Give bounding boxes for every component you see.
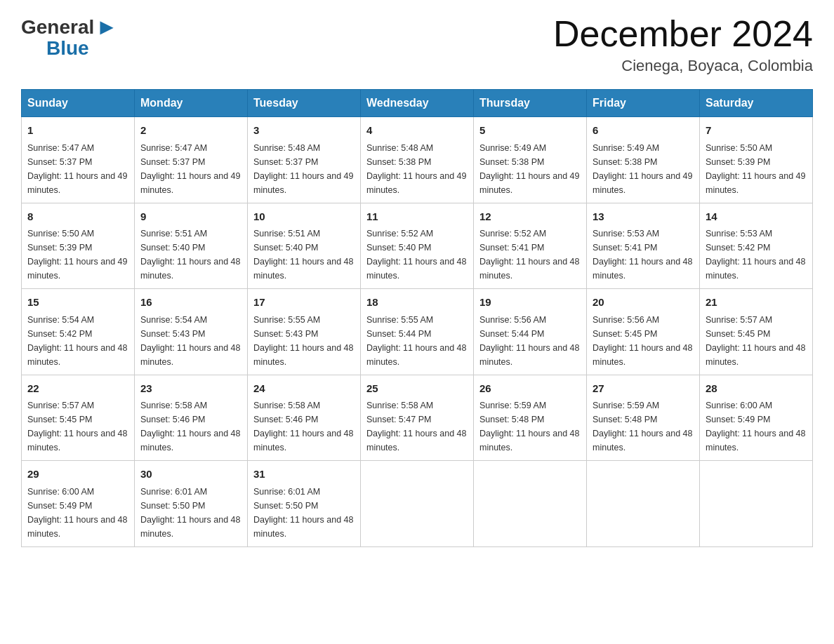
calendar-cell: 12Sunrise: 5:52 AMSunset: 5:41 PMDayligh…: [474, 203, 587, 289]
calendar-cell: 2Sunrise: 5:47 AMSunset: 5:37 PMDaylight…: [135, 117, 248, 203]
day-number: 22: [27, 381, 128, 397]
calendar-cell: 15Sunrise: 5:54 AMSunset: 5:42 PMDayligh…: [22, 289, 135, 375]
calendar-cell: 9Sunrise: 5:51 AMSunset: 5:40 PMDaylight…: [135, 203, 248, 289]
day-number: 17: [253, 295, 355, 311]
logo-arrow-icon: ►: [95, 14, 118, 40]
calendar-cell: 13Sunrise: 5:53 AMSunset: 5:41 PMDayligh…: [587, 203, 700, 289]
day-info: Sunrise: 6:00 AMSunset: 5:49 PMDaylight:…: [27, 487, 127, 539]
day-number: 20: [593, 295, 694, 311]
calendar-cell: 11Sunrise: 5:52 AMSunset: 5:40 PMDayligh…: [361, 203, 474, 289]
weekday-header-wednesday: Wednesday: [361, 90, 474, 117]
calendar-cell: 30Sunrise: 6:01 AMSunset: 5:50 PMDayligh…: [135, 461, 248, 547]
calendar-cell: 5Sunrise: 5:49 AMSunset: 5:38 PMDaylight…: [474, 117, 587, 203]
calendar-cell: 29Sunrise: 6:00 AMSunset: 5:49 PMDayligh…: [22, 461, 135, 547]
day-info: Sunrise: 5:50 AMSunset: 5:39 PMDaylight:…: [27, 229, 127, 281]
calendar-cell: 18Sunrise: 5:55 AMSunset: 5:44 PMDayligh…: [361, 289, 474, 375]
calendar-cell: 31Sunrise: 6:01 AMSunset: 5:50 PMDayligh…: [248, 461, 361, 547]
calendar-cell: [587, 461, 700, 547]
calendar-cell: 7Sunrise: 5:50 AMSunset: 5:39 PMDaylight…: [700, 117, 813, 203]
day-number: 30: [140, 467, 241, 483]
calendar-cell: 27Sunrise: 5:59 AMSunset: 5:48 PMDayligh…: [587, 375, 700, 461]
day-number: 7: [706, 123, 807, 139]
calendar-cell: 6Sunrise: 5:49 AMSunset: 5:38 PMDaylight…: [587, 117, 700, 203]
calendar-cell: 19Sunrise: 5:56 AMSunset: 5:44 PMDayligh…: [474, 289, 587, 375]
day-info: Sunrise: 5:51 AMSunset: 5:40 PMDaylight:…: [253, 229, 353, 281]
day-info: Sunrise: 5:48 AMSunset: 5:37 PMDaylight:…: [253, 143, 353, 195]
day-info: Sunrise: 5:53 AMSunset: 5:42 PMDaylight:…: [706, 229, 805, 281]
calendar-cell: 23Sunrise: 5:58 AMSunset: 5:46 PMDayligh…: [135, 375, 248, 461]
day-number: 10: [253, 209, 355, 225]
day-info: Sunrise: 5:54 AMSunset: 5:43 PMDaylight:…: [140, 315, 240, 367]
day-number: 2: [140, 123, 241, 139]
calendar-cell: 14Sunrise: 5:53 AMSunset: 5:42 PMDayligh…: [700, 203, 813, 289]
day-number: 25: [366, 381, 468, 397]
logo-blue-text: Blue: [46, 37, 89, 60]
weekday-header-sunday: Sunday: [22, 90, 135, 117]
weekday-header-friday: Friday: [587, 90, 700, 117]
day-number: 23: [140, 381, 241, 397]
day-number: 19: [479, 295, 581, 311]
calendar-cell: 26Sunrise: 5:59 AMSunset: 5:48 PMDayligh…: [474, 375, 587, 461]
day-info: Sunrise: 5:54 AMSunset: 5:42 PMDaylight:…: [27, 315, 127, 367]
day-number: 26: [479, 381, 581, 397]
day-info: Sunrise: 5:58 AMSunset: 5:46 PMDaylight:…: [140, 401, 240, 452]
day-number: 8: [27, 209, 128, 225]
day-info: Sunrise: 5:59 AMSunset: 5:48 PMDaylight:…: [593, 401, 692, 452]
day-info: Sunrise: 5:58 AMSunset: 5:46 PMDaylight:…: [253, 401, 353, 452]
day-info: Sunrise: 5:47 AMSunset: 5:37 PMDaylight:…: [140, 143, 240, 195]
day-info: Sunrise: 5:59 AMSunset: 5:48 PMDaylight:…: [479, 401, 579, 452]
day-info: Sunrise: 5:51 AMSunset: 5:40 PMDaylight:…: [140, 229, 240, 281]
day-info: Sunrise: 5:48 AMSunset: 5:38 PMDaylight:…: [366, 143, 466, 195]
calendar-cell: 28Sunrise: 6:00 AMSunset: 5:49 PMDayligh…: [700, 375, 813, 461]
day-info: Sunrise: 5:55 AMSunset: 5:44 PMDaylight:…: [366, 315, 466, 367]
day-info: Sunrise: 5:47 AMSunset: 5:37 PMDaylight:…: [27, 143, 127, 195]
day-number: 31: [253, 467, 355, 483]
day-info: Sunrise: 6:00 AMSunset: 5:49 PMDaylight:…: [706, 401, 805, 452]
day-info: Sunrise: 5:49 AMSunset: 5:38 PMDaylight:…: [479, 143, 579, 195]
calendar-cell: 4Sunrise: 5:48 AMSunset: 5:38 PMDaylight…: [361, 117, 474, 203]
calendar-cell: 10Sunrise: 5:51 AMSunset: 5:40 PMDayligh…: [248, 203, 361, 289]
day-info: Sunrise: 6:01 AMSunset: 5:50 PMDaylight:…: [140, 487, 240, 539]
day-number: 21: [706, 295, 807, 311]
calendar-week-row: 29Sunrise: 6:00 AMSunset: 5:49 PMDayligh…: [22, 461, 813, 547]
day-number: 14: [706, 209, 807, 225]
day-info: Sunrise: 5:56 AMSunset: 5:45 PMDaylight:…: [593, 315, 692, 367]
calendar-cell: 16Sunrise: 5:54 AMSunset: 5:43 PMDayligh…: [135, 289, 248, 375]
calendar-cell: [361, 461, 474, 547]
day-info: Sunrise: 5:58 AMSunset: 5:47 PMDaylight:…: [366, 401, 466, 452]
calendar-cell: 22Sunrise: 5:57 AMSunset: 5:45 PMDayligh…: [22, 375, 135, 461]
calendar-cell: 8Sunrise: 5:50 AMSunset: 5:39 PMDaylight…: [22, 203, 135, 289]
calendar-week-row: 1Sunrise: 5:47 AMSunset: 5:37 PMDaylight…: [22, 117, 813, 203]
day-number: 11: [366, 209, 468, 225]
day-number: 5: [479, 123, 581, 139]
calendar-cell: 20Sunrise: 5:56 AMSunset: 5:45 PMDayligh…: [587, 289, 700, 375]
weekday-header-tuesday: Tuesday: [248, 90, 361, 117]
calendar-cell: [474, 461, 587, 547]
logo-area: General ► Blue: [21, 14, 118, 60]
day-number: 24: [253, 381, 355, 397]
day-info: Sunrise: 5:52 AMSunset: 5:41 PMDaylight:…: [479, 229, 579, 281]
day-number: 6: [593, 123, 694, 139]
day-info: Sunrise: 5:57 AMSunset: 5:45 PMDaylight:…: [706, 315, 805, 367]
title-area: December 2024 Cienega, Boyaca, Colombia: [553, 14, 813, 75]
day-number: 27: [593, 381, 694, 397]
day-number: 18: [366, 295, 468, 311]
weekday-header-row: SundayMondayTuesdayWednesdayThursdayFrid…: [22, 90, 813, 117]
calendar-week-row: 8Sunrise: 5:50 AMSunset: 5:39 PMDaylight…: [22, 203, 813, 289]
day-number: 12: [479, 209, 581, 225]
calendar-cell: [700, 461, 813, 547]
day-info: Sunrise: 5:57 AMSunset: 5:45 PMDaylight:…: [27, 401, 127, 452]
day-number: 16: [140, 295, 241, 311]
calendar-week-row: 15Sunrise: 5:54 AMSunset: 5:42 PMDayligh…: [22, 289, 813, 375]
calendar-table: SundayMondayTuesdayWednesdayThursdayFrid…: [21, 89, 813, 547]
day-info: Sunrise: 5:52 AMSunset: 5:40 PMDaylight:…: [366, 229, 466, 281]
day-info: Sunrise: 5:50 AMSunset: 5:39 PMDaylight:…: [706, 143, 805, 195]
day-number: 13: [593, 209, 694, 225]
day-info: Sunrise: 5:49 AMSunset: 5:38 PMDaylight:…: [593, 143, 692, 195]
logo-general-text: General: [21, 16, 94, 39]
calendar-week-row: 22Sunrise: 5:57 AMSunset: 5:45 PMDayligh…: [22, 375, 813, 461]
day-number: 3: [253, 123, 355, 139]
calendar-cell: 1Sunrise: 5:47 AMSunset: 5:37 PMDaylight…: [22, 117, 135, 203]
day-number: 29: [27, 467, 128, 483]
logo: General ►: [21, 14, 118, 40]
